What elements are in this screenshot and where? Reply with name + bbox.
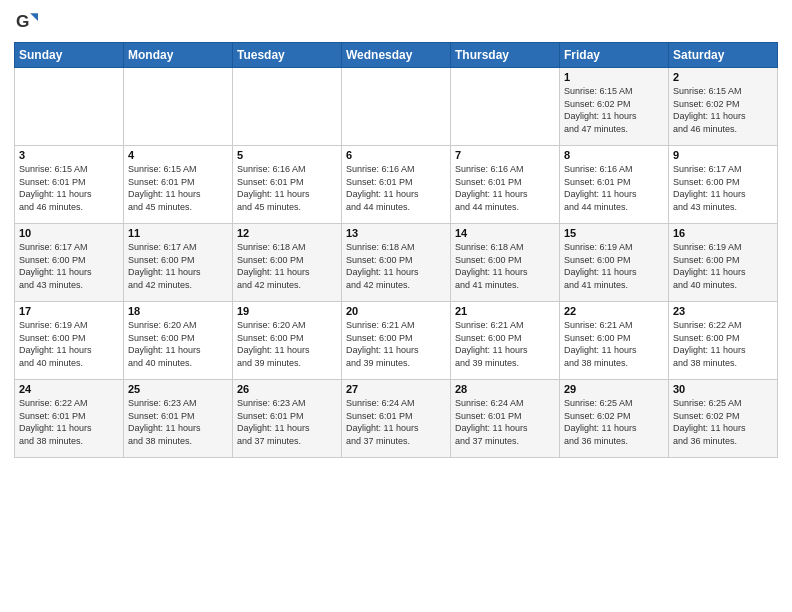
day-cell-14: 14Sunrise: 6:18 AM Sunset: 6:00 PM Dayli… <box>451 224 560 302</box>
day-cell-5: 5Sunrise: 6:16 AM Sunset: 6:01 PM Daylig… <box>233 146 342 224</box>
day-number: 28 <box>455 383 555 395</box>
day-cell-28: 28Sunrise: 6:24 AM Sunset: 6:01 PM Dayli… <box>451 380 560 458</box>
svg-text:G: G <box>16 11 29 31</box>
day-cell-16: 16Sunrise: 6:19 AM Sunset: 6:00 PM Dayli… <box>669 224 778 302</box>
day-number: 24 <box>19 383 119 395</box>
weekday-header-thursday: Thursday <box>451 43 560 68</box>
day-cell-23: 23Sunrise: 6:22 AM Sunset: 6:00 PM Dayli… <box>669 302 778 380</box>
day-info: Sunrise: 6:17 AM Sunset: 6:00 PM Dayligh… <box>673 163 773 213</box>
week-row-1: 1Sunrise: 6:15 AM Sunset: 6:02 PM Daylig… <box>15 68 778 146</box>
day-info: Sunrise: 6:19 AM Sunset: 6:00 PM Dayligh… <box>19 319 119 369</box>
day-number: 12 <box>237 227 337 239</box>
day-cell-25: 25Sunrise: 6:23 AM Sunset: 6:01 PM Dayli… <box>124 380 233 458</box>
day-cell-6: 6Sunrise: 6:16 AM Sunset: 6:01 PM Daylig… <box>342 146 451 224</box>
day-info: Sunrise: 6:17 AM Sunset: 6:00 PM Dayligh… <box>128 241 228 291</box>
weekday-header-saturday: Saturday <box>669 43 778 68</box>
day-cell-15: 15Sunrise: 6:19 AM Sunset: 6:00 PM Dayli… <box>560 224 669 302</box>
day-number: 29 <box>564 383 664 395</box>
day-number: 15 <box>564 227 664 239</box>
day-cell-18: 18Sunrise: 6:20 AM Sunset: 6:00 PM Dayli… <box>124 302 233 380</box>
day-number: 17 <box>19 305 119 317</box>
logo: G <box>14 10 34 36</box>
day-number: 25 <box>128 383 228 395</box>
empty-cell <box>342 68 451 146</box>
day-number: 8 <box>564 149 664 161</box>
day-info: Sunrise: 6:16 AM Sunset: 6:01 PM Dayligh… <box>564 163 664 213</box>
day-info: Sunrise: 6:18 AM Sunset: 6:00 PM Dayligh… <box>455 241 555 291</box>
day-cell-7: 7Sunrise: 6:16 AM Sunset: 6:01 PM Daylig… <box>451 146 560 224</box>
day-info: Sunrise: 6:16 AM Sunset: 6:01 PM Dayligh… <box>346 163 446 213</box>
day-number: 3 <box>19 149 119 161</box>
day-info: Sunrise: 6:23 AM Sunset: 6:01 PM Dayligh… <box>237 397 337 447</box>
day-info: Sunrise: 6:21 AM Sunset: 6:00 PM Dayligh… <box>346 319 446 369</box>
day-info: Sunrise: 6:16 AM Sunset: 6:01 PM Dayligh… <box>237 163 337 213</box>
week-row-5: 24Sunrise: 6:22 AM Sunset: 6:01 PM Dayli… <box>15 380 778 458</box>
weekday-header-friday: Friday <box>560 43 669 68</box>
empty-cell <box>15 68 124 146</box>
day-cell-20: 20Sunrise: 6:21 AM Sunset: 6:00 PM Dayli… <box>342 302 451 380</box>
day-cell-17: 17Sunrise: 6:19 AM Sunset: 6:00 PM Dayli… <box>15 302 124 380</box>
empty-cell <box>233 68 342 146</box>
day-info: Sunrise: 6:18 AM Sunset: 6:00 PM Dayligh… <box>346 241 446 291</box>
day-number: 10 <box>19 227 119 239</box>
day-number: 30 <box>673 383 773 395</box>
day-cell-29: 29Sunrise: 6:25 AM Sunset: 6:02 PM Dayli… <box>560 380 669 458</box>
week-row-3: 10Sunrise: 6:17 AM Sunset: 6:00 PM Dayli… <box>15 224 778 302</box>
day-cell-3: 3Sunrise: 6:15 AM Sunset: 6:01 PM Daylig… <box>15 146 124 224</box>
calendar-header: SundayMondayTuesdayWednesdayThursdayFrid… <box>15 43 778 68</box>
day-cell-26: 26Sunrise: 6:23 AM Sunset: 6:01 PM Dayli… <box>233 380 342 458</box>
day-cell-30: 30Sunrise: 6:25 AM Sunset: 6:02 PM Dayli… <box>669 380 778 458</box>
day-number: 9 <box>673 149 773 161</box>
day-info: Sunrise: 6:24 AM Sunset: 6:01 PM Dayligh… <box>346 397 446 447</box>
day-cell-8: 8Sunrise: 6:16 AM Sunset: 6:01 PM Daylig… <box>560 146 669 224</box>
day-cell-10: 10Sunrise: 6:17 AM Sunset: 6:00 PM Dayli… <box>15 224 124 302</box>
day-number: 27 <box>346 383 446 395</box>
day-number: 16 <box>673 227 773 239</box>
day-number: 18 <box>128 305 228 317</box>
day-info: Sunrise: 6:21 AM Sunset: 6:00 PM Dayligh… <box>455 319 555 369</box>
day-number: 4 <box>128 149 228 161</box>
weekday-header-wednesday: Wednesday <box>342 43 451 68</box>
day-cell-24: 24Sunrise: 6:22 AM Sunset: 6:01 PM Dayli… <box>15 380 124 458</box>
day-info: Sunrise: 6:23 AM Sunset: 6:01 PM Dayligh… <box>128 397 228 447</box>
day-cell-9: 9Sunrise: 6:17 AM Sunset: 6:00 PM Daylig… <box>669 146 778 224</box>
day-number: 7 <box>455 149 555 161</box>
day-info: Sunrise: 6:16 AM Sunset: 6:01 PM Dayligh… <box>455 163 555 213</box>
day-number: 14 <box>455 227 555 239</box>
day-cell-19: 19Sunrise: 6:20 AM Sunset: 6:00 PM Dayli… <box>233 302 342 380</box>
day-cell-22: 22Sunrise: 6:21 AM Sunset: 6:00 PM Dayli… <box>560 302 669 380</box>
week-row-2: 3Sunrise: 6:15 AM Sunset: 6:01 PM Daylig… <box>15 146 778 224</box>
calendar-body: 1Sunrise: 6:15 AM Sunset: 6:02 PM Daylig… <box>15 68 778 458</box>
day-info: Sunrise: 6:21 AM Sunset: 6:00 PM Dayligh… <box>564 319 664 369</box>
logo-icon: G <box>16 10 38 32</box>
day-info: Sunrise: 6:15 AM Sunset: 6:01 PM Dayligh… <box>19 163 119 213</box>
day-info: Sunrise: 6:15 AM Sunset: 6:02 PM Dayligh… <box>564 85 664 135</box>
day-number: 13 <box>346 227 446 239</box>
day-number: 22 <box>564 305 664 317</box>
day-number: 26 <box>237 383 337 395</box>
day-info: Sunrise: 6:25 AM Sunset: 6:02 PM Dayligh… <box>564 397 664 447</box>
calendar: SundayMondayTuesdayWednesdayThursdayFrid… <box>14 42 778 458</box>
day-cell-2: 2Sunrise: 6:15 AM Sunset: 6:02 PM Daylig… <box>669 68 778 146</box>
day-number: 2 <box>673 71 773 83</box>
header: G <box>14 10 778 36</box>
day-number: 23 <box>673 305 773 317</box>
day-cell-11: 11Sunrise: 6:17 AM Sunset: 6:00 PM Dayli… <box>124 224 233 302</box>
day-number: 6 <box>346 149 446 161</box>
day-info: Sunrise: 6:24 AM Sunset: 6:01 PM Dayligh… <box>455 397 555 447</box>
weekday-header-sunday: Sunday <box>15 43 124 68</box>
day-info: Sunrise: 6:17 AM Sunset: 6:00 PM Dayligh… <box>19 241 119 291</box>
day-number: 1 <box>564 71 664 83</box>
day-info: Sunrise: 6:25 AM Sunset: 6:02 PM Dayligh… <box>673 397 773 447</box>
day-cell-13: 13Sunrise: 6:18 AM Sunset: 6:00 PM Dayli… <box>342 224 451 302</box>
day-cell-1: 1Sunrise: 6:15 AM Sunset: 6:02 PM Daylig… <box>560 68 669 146</box>
day-info: Sunrise: 6:15 AM Sunset: 6:02 PM Dayligh… <box>673 85 773 135</box>
day-number: 19 <box>237 305 337 317</box>
weekday-header-tuesday: Tuesday <box>233 43 342 68</box>
day-cell-21: 21Sunrise: 6:21 AM Sunset: 6:00 PM Dayli… <box>451 302 560 380</box>
empty-cell <box>451 68 560 146</box>
day-info: Sunrise: 6:19 AM Sunset: 6:00 PM Dayligh… <box>673 241 773 291</box>
page: G SundayMondayTuesdayWednesdayThursdayFr… <box>0 0 792 612</box>
day-info: Sunrise: 6:20 AM Sunset: 6:00 PM Dayligh… <box>128 319 228 369</box>
day-number: 21 <box>455 305 555 317</box>
